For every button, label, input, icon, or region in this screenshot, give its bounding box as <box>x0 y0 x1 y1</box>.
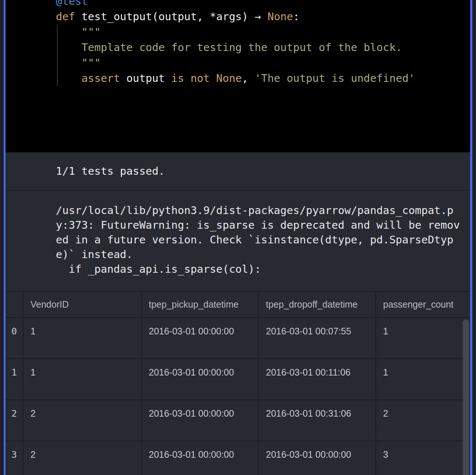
table-cell: 2 <box>24 400 142 441</box>
table-cell: 2016-03-01 00:00:00 <box>259 441 376 475</box>
warning-line: if _pandas_api.is_sparse(col): <box>56 262 470 276</box>
table-cell: 3 <box>376 441 470 475</box>
table-cell: 1 <box>24 318 142 359</box>
code-line: assert output is not None, 'The output i… <box>56 70 470 86</box>
dataframe-preview: VendorIDtpep_pickup_datetimetpep_dropoff… <box>6 292 470 475</box>
dataframe-table: VendorIDtpep_pickup_datetimetpep_dropoff… <box>6 292 470 475</box>
code-line: def test_output(output, *args) → None: <box>56 9 470 24</box>
table-index-header <box>6 292 24 318</box>
vertical-scrollbar-thumb[interactable] <box>463 319 469 475</box>
table-cell: 2016-03-01 00:31:06 <box>259 400 376 441</box>
table-cell: 2016-03-01 00:00:00 <box>142 441 259 475</box>
row-index-cell: 2 <box>6 400 24 441</box>
warning-line: y:373: FutureWarning: is_sparse is depre… <box>56 218 470 232</box>
warning-line: /usr/local/lib/python3.9/dist-packages/p… <box>56 203 470 218</box>
row-index-cell: 3 <box>6 441 24 475</box>
code-line: @test <box>56 0 470 9</box>
test-result-section: 1/1 tests passed. <box>6 152 470 190</box>
code-line: """ <box>56 24 470 40</box>
table-cell: 1 <box>376 359 470 400</box>
table-cell: 1 <box>376 318 470 359</box>
indent-guide <box>57 25 58 86</box>
table-cell: 1 <box>24 359 142 400</box>
table-cell: 2016-03-01 00:11:06 <box>259 359 376 400</box>
table-column-header: passenger_count <box>376 292 470 318</box>
table-column-header: VendorID <box>24 292 142 318</box>
table-cell: 2016-03-01 00:00:00 <box>142 400 259 441</box>
warning-output-section: /usr/local/lib/python3.9/dist-packages/p… <box>6 191 470 291</box>
warning-line: e)` instead. <box>56 247 470 262</box>
row-index-cell: 0 <box>6 318 24 359</box>
table-cell: 2016-03-01 00:00:00 <box>142 318 259 359</box>
table-cell: 2016-03-01 00:00:00 <box>142 359 259 400</box>
test-result-text: 1/1 tests passed. <box>56 165 165 177</box>
table-cell: 2016-03-01 00:07:55 <box>259 318 376 359</box>
code-line: """ <box>56 55 470 70</box>
warning-text: /usr/local/lib/python3.9/dist-packages/p… <box>56 203 470 276</box>
warning-line: ed in a future version. Check `isinstanc… <box>56 232 470 247</box>
table-cell: 2 <box>24 441 142 475</box>
row-index-cell: 1 <box>6 359 24 400</box>
block-card: @testdef test_output(output, *args) → No… <box>4 0 472 475</box>
code-content: @testdef test_output(output, *args) → No… <box>6 0 470 86</box>
code-editor[interactable]: @testdef test_output(output, *args) → No… <box>6 0 470 152</box>
table-column-header: tpep_pickup_datetime <box>142 292 259 318</box>
table-column-header: tpep_dropoff_datetime <box>259 292 376 318</box>
code-line: Template code for testing the output of … <box>56 40 470 55</box>
table-cell: 2 <box>376 400 470 441</box>
